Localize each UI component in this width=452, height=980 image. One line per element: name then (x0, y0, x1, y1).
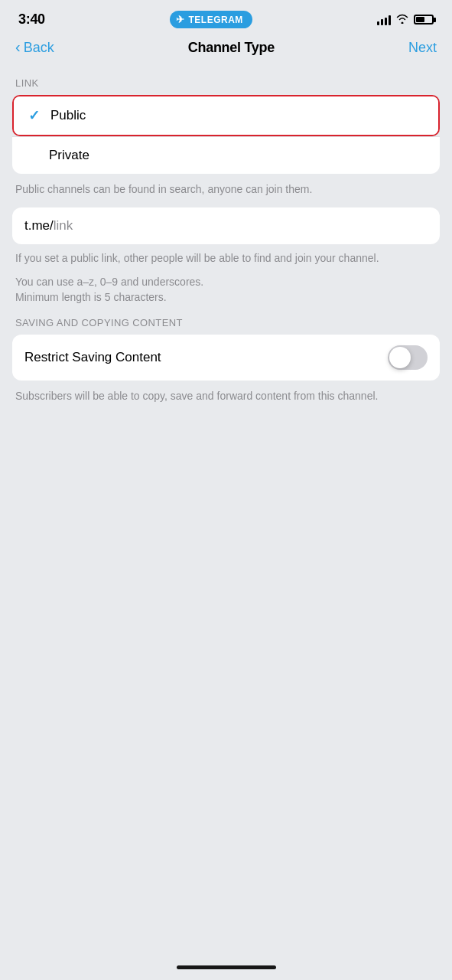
status-center: ✈ TELEGRAM (170, 11, 252, 28)
link-input[interactable] (54, 218, 428, 234)
wifi-icon (395, 13, 409, 26)
link-prefix: t.me/ (24, 218, 54, 234)
link-section-label: LINK (0, 77, 452, 95)
status-bar: 3:40 ✈ TELEGRAM (0, 0, 452, 33)
status-time: 3:40 (18, 11, 45, 28)
restrict-saving-toggle-card: Restrict Saving Content (12, 335, 440, 381)
saving-section-label: SAVING AND COPYING CONTENT (0, 317, 452, 335)
saving-desc: Subscribers will be able to copy, save a… (0, 381, 452, 414)
page-title: Channel Type (188, 40, 275, 56)
private-option[interactable]: Private (12, 137, 440, 174)
private-label: Private (49, 148, 89, 163)
restrict-saving-toggle[interactable] (388, 345, 428, 370)
telegram-icon: ✈ (176, 14, 185, 25)
home-indicator (177, 965, 276, 969)
public-option[interactable]: ✓ Public (14, 96, 438, 135)
signal-bars-icon (377, 15, 391, 25)
link-info-line1: If you set a public link, other people w… (15, 250, 437, 266)
public-label: Public (50, 108, 86, 123)
public-option-wrapper: ✓ Public (12, 95, 440, 136)
channel-type-selector: ✓ Public Private (12, 95, 440, 174)
telegram-badge: ✈ TELEGRAM (170, 11, 252, 28)
private-option-wrapper: Private (12, 136, 440, 174)
nav-bar: ‹ Back Channel Type Next (0, 33, 452, 65)
checkmark-icon: ✓ (26, 107, 41, 124)
public-channel-desc: Public channels can be found in search, … (0, 174, 452, 207)
back-button[interactable]: ‹ Back (15, 39, 54, 56)
back-label: Back (24, 40, 54, 56)
next-button[interactable]: Next (408, 40, 437, 56)
back-chevron-icon: ‹ (15, 38, 21, 56)
link-info-line2: You can use a–z, 0–9 and underscores.Min… (15, 274, 437, 305)
link-info-block: If you set a public link, other people w… (0, 244, 452, 266)
toggle-knob (389, 347, 411, 368)
telegram-label: TELEGRAM (188, 15, 242, 25)
content: LINK ✓ Public Private Public channels ca… (0, 65, 452, 414)
battery-icon (414, 15, 434, 24)
link-input-card: t.me/ (12, 207, 440, 244)
restrict-saving-label: Restrict Saving Content (24, 350, 161, 365)
link-info-block2: You can use a–z, 0–9 and underscores.Min… (0, 266, 452, 318)
status-icons (377, 13, 434, 26)
